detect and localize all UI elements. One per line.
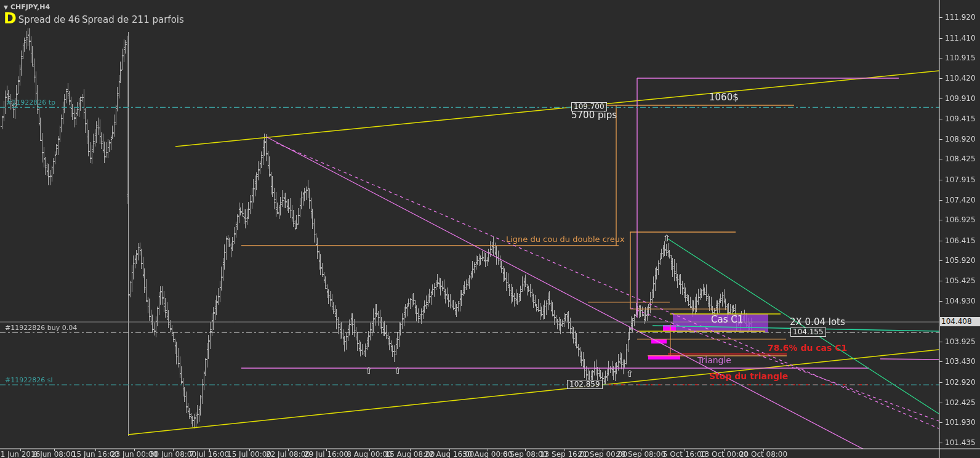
price-axis-label: 102.920 xyxy=(945,379,976,386)
chart-title-block: ▼CHFJPY,H4 D Spread de 46 Spread de 211 … xyxy=(4,3,184,25)
price-tag-109700[interactable]: 109.700 xyxy=(571,102,607,111)
price-axis-label: 104.930 xyxy=(945,297,976,305)
chart-window: ▼CHFJPY,H4 D Spread de 46 Spread de 211 … xyxy=(0,0,980,458)
indicator-letter: D xyxy=(4,12,17,25)
label-triangle[interactable]: Triangle xyxy=(697,356,731,365)
price-tag-102859[interactable]: 102.859 xyxy=(567,380,603,389)
price-axis-label: 107.420 xyxy=(945,196,976,204)
label-stop-triangle[interactable]: Stop du triangle xyxy=(709,372,788,381)
price-axis-label: 107.915 xyxy=(945,176,976,183)
price-axis-label: 111.410 xyxy=(945,34,976,42)
label-cas-c1[interactable]: Cas C1 xyxy=(711,315,743,325)
trade-line-label-buy[interactable]: #11922826 buy 0.04 xyxy=(5,324,77,332)
up-arrow-icon[interactable]: ⇧ xyxy=(365,366,373,376)
price-axis-label: 108.425 xyxy=(945,155,976,163)
price-axis-label: 106.925 xyxy=(945,216,976,223)
up-arrow-icon[interactable]: ⇧ xyxy=(394,366,402,376)
spread-comment-2: Spread de 211 parfois xyxy=(82,14,184,25)
price-axis-label: 101.435 xyxy=(945,439,976,446)
price-tag-104155[interactable]: 104.155 xyxy=(790,327,826,337)
price-axis-label: 103.430 xyxy=(945,358,976,365)
time-axis-label: 28 Sep 08:00 xyxy=(616,451,665,458)
label-neckline[interactable]: Ligne du cou du double creux xyxy=(506,235,625,244)
trade-line-label-tp[interactable]: #11922826 tp xyxy=(6,99,55,106)
label-1060-dollars[interactable]: 1060$ xyxy=(709,92,739,103)
price-axis-label: 101.930 xyxy=(945,419,976,426)
time-axis-label: 7 Jul 16:00 xyxy=(190,451,229,458)
price-axis-label: 106.415 xyxy=(945,237,976,244)
time-axis-label: 15 Jul 00:00 xyxy=(227,451,271,458)
label-lots[interactable]: 2X 0.04 lots xyxy=(790,317,845,327)
time-axis-label: 8 Jun 08:00 xyxy=(33,451,76,458)
up-arrow-icon[interactable]: ⇧ xyxy=(626,369,634,379)
price-axis-label: 110.915 xyxy=(945,54,976,62)
price-axis-label: 108.920 xyxy=(945,135,976,143)
price-axis-label: 105.920 xyxy=(945,257,976,264)
indicator-line: D Spread de 46 Spread de 211 parfois xyxy=(4,12,184,25)
trade-line-label-sl[interactable]: #11922826 sl xyxy=(5,377,53,384)
price-axis-label: 109.415 xyxy=(945,115,976,123)
time-axis-label: 29 Jul 16:00 xyxy=(304,451,348,458)
symbol-title: ▼CHFJPY,H4 xyxy=(4,3,184,11)
price-axis-label: 109.910 xyxy=(945,95,976,102)
spread-comment-1: Spread de 46 xyxy=(18,14,80,25)
price-axis-label: 103.925 xyxy=(945,338,976,345)
label-5700-pips[interactable]: 5700 pips xyxy=(571,110,617,121)
label-786-cas-c1[interactable]: 78.6% du cas C1 xyxy=(768,344,847,353)
price-chart-canvas[interactable] xyxy=(0,0,980,458)
price-axis-label: 110.420 xyxy=(945,74,976,82)
up-arrow-icon[interactable]: ⇧ xyxy=(663,234,671,243)
price-axis-label: 111.920 xyxy=(945,14,976,21)
time-axis-label: 20 Oct 08:00 xyxy=(739,451,787,458)
current-price-box: 104.408 xyxy=(940,317,980,326)
price-axis-label: 105.425 xyxy=(945,277,976,284)
price-axis-label: 102.425 xyxy=(945,399,976,406)
